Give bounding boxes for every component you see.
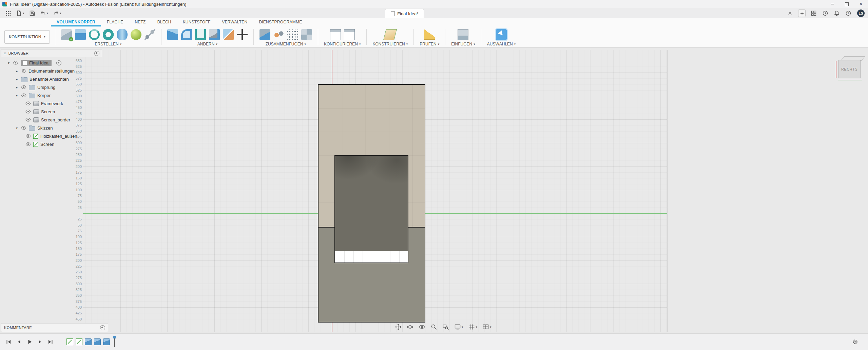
configure-icon[interactable] <box>330 29 341 40</box>
tree-row-benannte-ansichten[interactable]: ▸Benannte Ansichten <box>1 75 102 83</box>
tree-row-screen[interactable]: Screen <box>1 108 102 116</box>
model-white-strip[interactable] <box>335 251 408 262</box>
toolbar-group-label[interactable]: EINFÜGEN▾ <box>451 42 475 46</box>
selected-item-pill[interactable]: Final Idea <box>21 60 52 66</box>
ribbon-tab-blech[interactable]: BLECH <box>152 18 177 26</box>
visibility-eye-icon[interactable] <box>21 85 27 89</box>
display-settings-button[interactable]: ▾ <box>454 323 464 331</box>
close-button[interactable]: × <box>854 0 868 8</box>
konstruktion-dropdown[interactable]: KONSTRUKTION ▾ <box>4 30 50 44</box>
tree-row-final-idea[interactable]: ▾Final Idea <box>1 59 102 67</box>
tree-row-framework[interactable]: Framework <box>1 99 102 108</box>
pan-button[interactable] <box>394 323 402 331</box>
ribbon-tab-kunststoff[interactable]: KUNSTSTOFF <box>177 18 216 26</box>
timeline-marker[interactable] <box>114 337 115 347</box>
extrude-feature-icon[interactable] <box>103 338 110 345</box>
settings-gear-button[interactable] <box>851 338 859 346</box>
ribbon-tab-netz[interactable]: NETZ <box>129 18 152 26</box>
sweep-icon[interactable] <box>103 29 114 40</box>
select-icon[interactable] <box>496 29 507 40</box>
visibility-eye-icon[interactable] <box>25 110 31 114</box>
grid-settings-button[interactable]: ▾ <box>468 323 478 331</box>
toolbar-group-label[interactable]: KONSTRUIEREN▾ <box>372 42 408 46</box>
model-body[interactable] <box>318 84 425 323</box>
browser-options-icon[interactable] <box>94 51 99 56</box>
tree-row-ursprung[interactable]: ▸Ursprung <box>1 83 102 91</box>
visibility-eye-icon[interactable] <box>25 134 31 138</box>
tree-row-dokumenteinstellungen[interactable]: ▸Dokumenteinstellungen <box>1 67 102 75</box>
ribbon-tab-verwalten[interactable]: VERWALTEN <box>216 18 253 26</box>
view-cube[interactable]: RECHTS <box>835 56 864 84</box>
toolbar-group-label[interactable]: ERSTELLEN▾ <box>95 42 122 46</box>
visibility-eye-icon[interactable] <box>21 93 27 97</box>
coil-icon[interactable] <box>131 29 141 40</box>
fillet-icon[interactable] <box>181 29 192 40</box>
press-pull-icon[interactable] <box>167 29 178 40</box>
split-body-icon[interactable] <box>223 29 234 40</box>
view-cube-front-face[interactable]: RECHTS <box>838 60 861 78</box>
fit-button[interactable] <box>442 323 450 331</box>
visibility-eye-icon[interactable] <box>13 61 19 65</box>
measure-icon[interactable] <box>424 29 435 40</box>
pattern-icon[interactable] <box>301 29 312 40</box>
viewports-button[interactable]: ▾ <box>482 323 492 331</box>
toolbar-group-label[interactable]: KONFIGURIEREN▾ <box>324 42 361 46</box>
extrude-icon[interactable] <box>75 29 86 40</box>
toolbar-group-label[interactable]: PRÜFEN▾ <box>420 42 439 46</box>
expand-caret-icon[interactable]: ▾ <box>15 94 19 97</box>
document-tab[interactable]: Final Idea* <box>385 9 424 18</box>
file-new-button[interactable]: ▾ <box>15 9 25 17</box>
insert-icon[interactable] <box>458 29 468 40</box>
step-back-button[interactable] <box>15 338 23 346</box>
redo-button[interactable]: ▾ <box>52 9 62 17</box>
shell-icon[interactable] <box>195 29 206 40</box>
extensions-button[interactable] <box>810 10 817 17</box>
model-screen-cutout[interactable] <box>334 155 408 263</box>
toolbar-group-label[interactable]: ÄNDERN▾ <box>197 42 217 46</box>
app-grid-button[interactable] <box>5 10 12 17</box>
align-icon[interactable] <box>287 29 298 40</box>
visibility-eye-icon[interactable] <box>25 142 31 146</box>
minimize-button[interactable] <box>825 0 840 8</box>
activate-component-radio[interactable] <box>56 60 61 65</box>
avatar[interactable]: LS <box>857 9 865 17</box>
go-to-start-button[interactable] <box>5 338 12 346</box>
orbit-button[interactable] <box>406 323 414 331</box>
new-tab-button[interactable] <box>798 9 806 17</box>
expand-caret-icon[interactable]: ▾ <box>15 126 19 130</box>
configuration-table-icon[interactable] <box>344 29 355 40</box>
maximize-button[interactable] <box>840 0 854 8</box>
sketch-feature-icon[interactable] <box>76 338 82 345</box>
help-button[interactable]: ? <box>845 10 852 17</box>
notifications-button[interactable] <box>833 10 840 17</box>
visibility-eye-icon[interactable] <box>25 118 31 122</box>
ribbon-tab-volumenkörper[interactable]: VOLUMENKÖRPER <box>51 18 101 26</box>
collapse-panel-icon[interactable]: « <box>4 51 6 55</box>
expand-caret-icon[interactable]: ▸ <box>15 69 19 73</box>
construction-plane-icon[interactable] <box>383 29 397 40</box>
tree-row-skizzen[interactable]: ▾Skizzen <box>1 124 102 132</box>
close-tab-button[interactable] <box>787 10 793 17</box>
visibility-eye-icon[interactable] <box>21 126 27 130</box>
zoom-button[interactable] <box>430 323 438 331</box>
sketch-feature-icon[interactable] <box>66 338 73 345</box>
expand-caret-icon[interactable]: ▸ <box>15 85 19 89</box>
ribbon-tab-dienstprogramme[interactable]: DIENSTPROGRAMME <box>253 18 308 26</box>
expand-caret-icon[interactable]: ▸ <box>15 77 19 81</box>
extrude-feature-icon[interactable] <box>85 338 92 345</box>
join-icon[interactable] <box>259 29 270 40</box>
ribbon-tab-fläche[interactable]: FLÄCHE <box>101 18 129 26</box>
go-to-end-button[interactable] <box>47 338 54 346</box>
tree-row-körper[interactable]: ▾Körper <box>1 91 102 99</box>
extrude-feature-icon[interactable] <box>94 338 101 345</box>
toolbar-group-label[interactable]: AUSWÄHLEN▾ <box>487 42 516 46</box>
new-component-icon[interactable] <box>61 29 72 40</box>
tree-row-screen[interactable]: Screen <box>1 140 102 148</box>
canvas[interactable]: 6506256005755505255004754504254003753503… <box>0 47 868 350</box>
move-icon[interactable] <box>237 29 248 40</box>
loft-icon[interactable] <box>117 29 128 40</box>
comments-options-icon[interactable] <box>100 325 105 330</box>
job-status-button[interactable] <box>822 10 829 17</box>
save-button[interactable] <box>28 9 36 17</box>
tree-row-screen-border[interactable]: Screen_border <box>1 116 102 124</box>
